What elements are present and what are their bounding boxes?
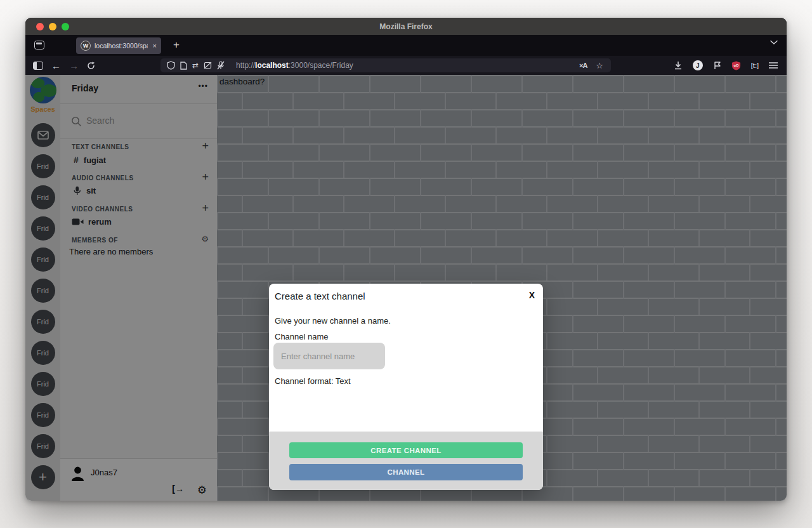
url-host: localhost <box>255 61 289 70</box>
zoom-window-button[interactable] <box>62 23 69 30</box>
new-tab-button[interactable]: + <box>169 37 184 53</box>
back-button[interactable]: ← <box>51 61 61 70</box>
create-channel-modal: Create a text channel X Give your new ch… <box>269 284 543 490</box>
list-tabs-chevron-icon[interactable] <box>770 40 778 45</box>
tab-overview-icon[interactable] <box>34 41 44 50</box>
modal-footer: CREATE CHANNEL CHANNEL <box>269 432 543 490</box>
wordpress-favicon-icon: W <box>81 41 91 51</box>
extension-icon[interactable] <box>713 61 721 70</box>
url-scheme: http:// <box>236 61 255 70</box>
ublock-icon[interactable]: uO <box>731 61 741 70</box>
channel-button[interactable]: CHANNEL <box>289 464 523 480</box>
app-area: Spaces Frid Frid Frid Frid Frid Frid Fri… <box>25 75 787 501</box>
tab-close-icon[interactable]: × <box>152 42 157 50</box>
modal-close-icon[interactable]: X <box>529 290 535 300</box>
minimize-window-button[interactable] <box>49 23 56 30</box>
titlebar: Mozilla Firefox <box>25 18 787 35</box>
close-window-button[interactable] <box>36 23 44 30</box>
reload-button[interactable] <box>87 62 95 70</box>
traffic-lights <box>36 23 69 30</box>
page-icon[interactable] <box>180 62 187 70</box>
image-blocked-icon[interactable] <box>204 62 212 69</box>
mic-blocked-icon[interactable] <box>217 61 225 70</box>
url-path: :3000/space/Friday <box>289 61 353 70</box>
account-icon[interactable]: J <box>693 60 703 70</box>
forward-button[interactable]: → <box>69 61 79 70</box>
url-text[interactable]: http://localhost:3000/space/Friday <box>236 61 353 70</box>
sidebar-toggle-icon[interactable] <box>33 62 43 70</box>
channel-name-label: Channel name <box>275 332 329 341</box>
tab-title: localhost:3000/space/Friday/ch <box>95 42 148 50</box>
channel-name-input[interactable] <box>273 343 385 369</box>
modal-description: Give your new channel a name. <box>275 316 391 326</box>
bookmark-star-icon[interactable]: ☆ <box>596 61 603 70</box>
navigation-toolbar: ← → ⇄ http://localhost:3000/space/Friday… <box>25 56 787 75</box>
svg-text:uO: uO <box>733 63 738 67</box>
tab-bar: W localhost:3000/space/Friday/ch × + <box>25 35 787 56</box>
tab-localhost[interactable]: W localhost:3000/space/Friday/ch × <box>76 37 161 54</box>
create-channel-button[interactable]: CREATE CHANNEL <box>289 442 523 458</box>
window-title: Mozilla Firefox <box>379 22 432 31</box>
download-icon[interactable] <box>674 61 683 70</box>
tampermonkey-icon[interactable]: [t:] <box>751 62 759 69</box>
channel-format-text: Channel format: Text <box>275 376 351 386</box>
translate-icon[interactable]: ×A <box>579 62 587 69</box>
modal-title: Create a text channel <box>275 291 365 301</box>
url-bar[interactable]: ⇄ http://localhost:3000/space/Friday ×A … <box>160 58 611 72</box>
menu-icon[interactable] <box>769 62 778 69</box>
browser-window: Mozilla Firefox W localhost:3000/space/F… <box>25 18 787 501</box>
shield-icon[interactable] <box>167 61 175 70</box>
swap-icon[interactable]: ⇄ <box>192 62 199 69</box>
